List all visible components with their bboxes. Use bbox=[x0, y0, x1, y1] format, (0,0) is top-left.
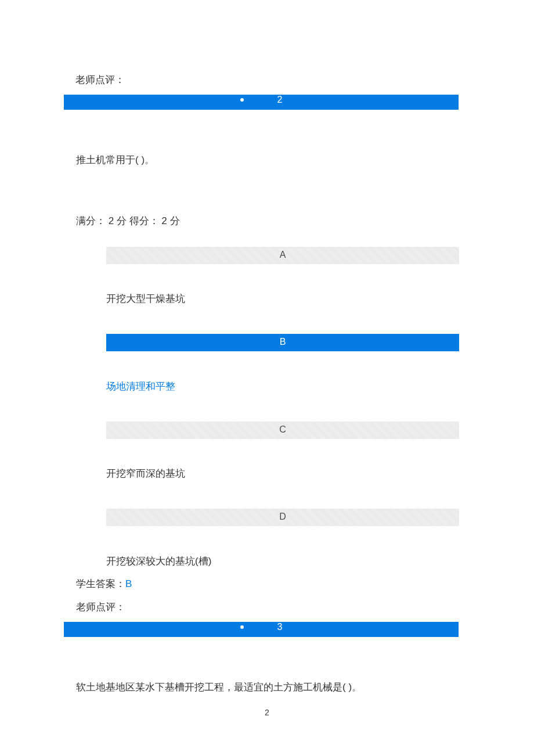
question-number-bar-3: 3 bbox=[64, 622, 459, 637]
option-b-header: B bbox=[106, 334, 459, 351]
student-answer-value: B bbox=[125, 578, 132, 589]
bullet-icon bbox=[240, 625, 244, 629]
question-number-bar-2: 2 bbox=[64, 95, 459, 110]
option-c-text: 开挖窄而深的基坑 bbox=[106, 467, 185, 480]
question-3-text: 软土地基地区某水下基槽开挖工程，最适宜的土方施工机械是( )。 bbox=[76, 681, 362, 694]
option-d-text: 开挖较深较大的基坑(槽) bbox=[106, 555, 211, 568]
question-2-text: 推土机常用于( )。 bbox=[76, 153, 154, 167]
option-b-text: 场地清理和平整 bbox=[106, 380, 175, 393]
question-number: 2 bbox=[277, 95, 283, 105]
bullet-icon bbox=[240, 98, 244, 102]
option-c-header: C bbox=[106, 422, 459, 439]
student-answer-label: 学生答案： bbox=[76, 578, 125, 589]
page-number: 2 bbox=[265, 708, 269, 717]
teacher-comment-label: 老师点评： bbox=[75, 73, 125, 87]
student-answer-line: 学生答案：B bbox=[76, 577, 132, 591]
option-d-header: D bbox=[106, 509, 459, 526]
option-a-text: 开挖大型干燥基坑 bbox=[106, 292, 185, 305]
question-number: 3 bbox=[277, 622, 283, 632]
option-a-header: A bbox=[106, 247, 459, 264]
teacher-comment-label-2: 老师点评： bbox=[76, 600, 125, 614]
question-2-score: 满分： 2 分 得分： 2 分 bbox=[76, 214, 180, 228]
